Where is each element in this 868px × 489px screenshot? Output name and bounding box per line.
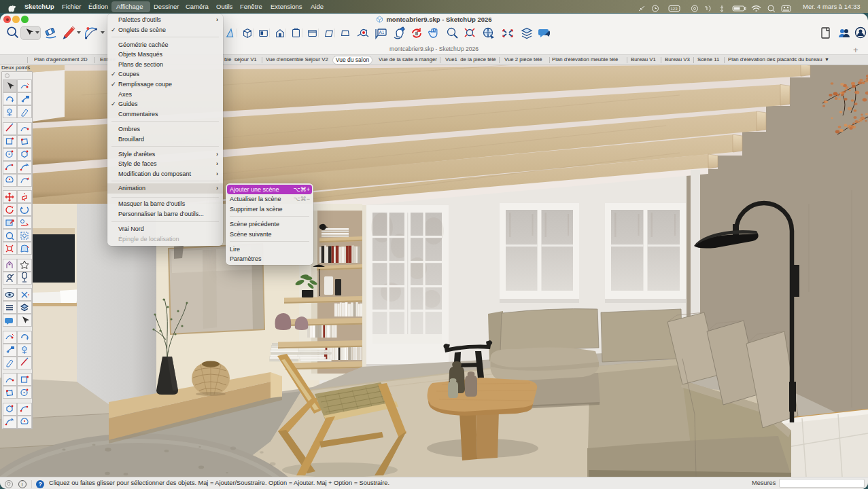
svg-text:?: ? bbox=[39, 481, 43, 488]
svg-text:A1: A1 bbox=[379, 30, 385, 35]
svg-text:123: 123 bbox=[671, 7, 678, 11]
svg-text:i: i bbox=[22, 481, 23, 488]
